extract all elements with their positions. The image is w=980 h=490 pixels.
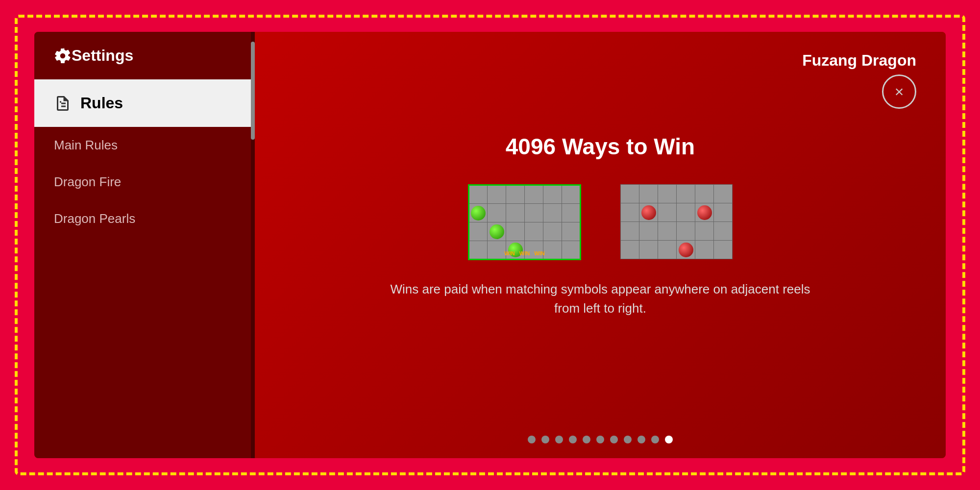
red-circle — [697, 205, 712, 220]
grid2-cell — [658, 185, 677, 203]
grid1-cell — [543, 204, 562, 222]
grid2-cell — [639, 185, 658, 203]
description-text: Wins are paid when matching symbols appe… — [380, 280, 821, 318]
red-circle — [641, 205, 656, 220]
rules-icon — [54, 95, 72, 112]
sidebar: Settings Rules Main Rules Dragon Fire Dr… — [34, 32, 255, 458]
sidebar-item-main-rules[interactable]: Main Rules — [34, 127, 255, 164]
grid1-cell — [525, 222, 543, 241]
grid1-cell — [506, 204, 525, 222]
grid1-cell — [488, 185, 506, 204]
grid2-cell — [695, 222, 714, 241]
grid1-cell — [543, 241, 562, 260]
grid1-cell — [469, 222, 488, 241]
grid-1 — [468, 184, 581, 260]
content-area: Fuzang Dragon × 4096 Ways to Win WIN WIN… — [255, 32, 946, 458]
grid2-cell — [677, 185, 695, 203]
grid2-cell — [677, 203, 695, 222]
grid2-cell — [658, 203, 677, 222]
grid2-cell — [639, 241, 658, 259]
sidebar-item-dragon-fire[interactable]: Dragon Fire — [34, 164, 255, 200]
grid1-cell — [525, 204, 543, 222]
pagination-dot-1[interactable] — [541, 436, 549, 443]
grid2-cell — [639, 222, 658, 241]
grid-1-wrapper: WIN WIN WIN — [468, 184, 581, 260]
grid2-cell — [714, 222, 733, 241]
grid1-cell — [469, 241, 488, 260]
grid2-cell — [621, 203, 639, 222]
grid1-cell — [469, 185, 488, 204]
grid-2-wrapper — [620, 184, 733, 260]
grid2-cell — [714, 241, 733, 259]
sidebar-item-rules[interactable]: Rules — [34, 79, 255, 127]
grid2-cell — [677, 222, 695, 241]
win-label: WIN WIN WIN — [504, 250, 544, 256]
grids-container: WIN WIN WIN — [284, 184, 916, 260]
grid1-cell — [506, 222, 525, 241]
grid2-cell — [714, 185, 733, 203]
grid1-cell — [543, 222, 562, 241]
grid2-cell — [695, 185, 714, 203]
grid2-cell — [677, 241, 695, 259]
grid2-cell — [695, 203, 714, 222]
gear-icon — [54, 47, 72, 65]
grid1-cell — [562, 204, 581, 222]
grid1-cell — [488, 204, 506, 222]
game-title: Fuzang Dragon — [802, 51, 916, 70]
rules-label: Rules — [80, 94, 123, 112]
pagination-dot-5[interactable] — [596, 436, 604, 443]
pagination-dot-6[interactable] — [610, 436, 618, 443]
content-header: Fuzang Dragon × — [284, 51, 916, 109]
grid1-cell — [488, 222, 506, 241]
pagination-dot-3[interactable] — [569, 436, 577, 443]
pagination-dot-9[interactable] — [651, 436, 659, 443]
grid1-cell — [488, 241, 506, 260]
grid1-cell — [469, 204, 488, 222]
grid2-cell — [658, 222, 677, 241]
red-circle — [679, 243, 693, 257]
green-circle — [471, 206, 486, 220]
grid2-cell — [695, 241, 714, 259]
page-title: 4096 Ways to Win — [284, 133, 916, 160]
main-container: Settings Rules Main Rules Dragon Fire Dr… — [34, 32, 946, 458]
grid1-cell — [506, 185, 525, 204]
pagination-dot-10[interactable] — [665, 436, 673, 443]
grid2-cell — [658, 241, 677, 259]
close-button[interactable]: × — [882, 74, 916, 109]
pagination-dot-0[interactable] — [528, 436, 536, 443]
settings-label: Settings — [72, 47, 133, 65]
grid1-cell — [525, 185, 543, 204]
green-circle — [490, 224, 504, 239]
pagination — [255, 436, 946, 443]
grid1-cell — [562, 222, 581, 241]
sidebar-item-dragon-pearls[interactable]: Dragon Pearls — [34, 200, 255, 237]
grid1-cell — [562, 241, 581, 260]
grid1-cell — [543, 185, 562, 204]
sidebar-scrollbar-thumb — [251, 42, 255, 140]
sidebar-item-settings[interactable]: Settings — [34, 32, 255, 79]
sidebar-scrollbar[interactable] — [251, 32, 255, 458]
pagination-dot-7[interactable] — [624, 436, 632, 443]
grid2-cell — [621, 185, 639, 203]
grid-2 — [620, 184, 733, 259]
grid2-cell — [714, 203, 733, 222]
pagination-dot-8[interactable] — [637, 436, 645, 443]
grid2-cell — [621, 241, 639, 259]
outer-border: Settings Rules Main Rules Dragon Fire Dr… — [15, 15, 965, 475]
pagination-dot-4[interactable] — [583, 436, 590, 443]
grid2-cell — [639, 203, 658, 222]
pagination-dot-2[interactable] — [555, 436, 563, 443]
grid2-cell — [621, 222, 639, 241]
grid1-cell — [562, 185, 581, 204]
